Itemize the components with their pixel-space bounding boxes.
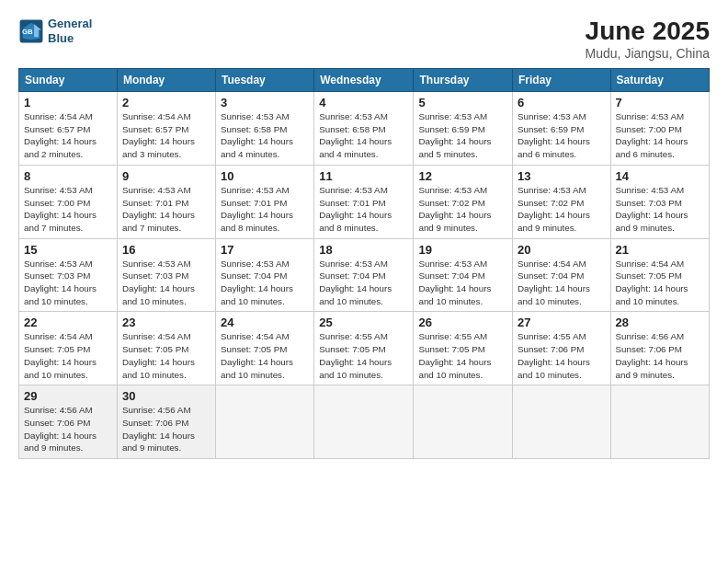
table-row: 17Sunrise: 4:53 AMSunset: 7:04 PMDayligh…: [216, 238, 314, 312]
day-detail: Sunrise: 4:54 AMSunset: 7:05 PMDaylight:…: [221, 330, 309, 381]
table-row: 16Sunrise: 4:53 AMSunset: 7:03 PMDayligh…: [117, 238, 215, 312]
day-number: 27: [518, 316, 606, 329]
day-detail: Sunrise: 4:54 AMSunset: 7:05 PMDaylight:…: [122, 330, 210, 381]
table-row: 28Sunrise: 4:56 AMSunset: 7:06 PMDayligh…: [610, 312, 709, 385]
day-number: 2: [122, 96, 210, 109]
table-row: [314, 385, 414, 459]
col-saturday: Saturday: [610, 69, 709, 92]
table-row: 20Sunrise: 4:54 AMSunset: 7:04 PMDayligh…: [513, 238, 611, 312]
col-tuesday: Tuesday: [216, 69, 314, 92]
page: GB General Blue June 2025 Mudu, Jiangsu,…: [0, 0, 728, 563]
calendar-row: 15Sunrise: 4:53 AMSunset: 7:03 PMDayligh…: [19, 238, 710, 312]
table-row: 22Sunrise: 4:54 AMSunset: 7:05 PMDayligh…: [19, 312, 118, 385]
day-detail: Sunrise: 4:53 AMSunset: 6:58 PMDaylight:…: [221, 110, 309, 161]
day-detail: Sunrise: 4:53 AMSunset: 7:03 PMDaylight:…: [122, 258, 210, 308]
col-thursday: Thursday: [414, 69, 513, 92]
table-row: [513, 385, 611, 459]
day-detail: Sunrise: 4:53 AMSunset: 7:00 PMDaylight:…: [24, 184, 112, 235]
table-row: 6Sunrise: 4:53 AMSunset: 6:59 PMDaylight…: [513, 92, 611, 166]
table-row: 9Sunrise: 4:53 AMSunset: 7:01 PMDaylight…: [117, 165, 215, 238]
day-number: 10: [221, 169, 309, 183]
day-detail: Sunrise: 4:53 AMSunset: 7:00 PMDaylight:…: [616, 110, 704, 161]
table-row: 23Sunrise: 4:54 AMSunset: 7:05 PMDayligh…: [117, 312, 215, 385]
day-number: 1: [24, 96, 112, 109]
day-detail: Sunrise: 4:55 AMSunset: 7:05 PMDaylight:…: [418, 330, 507, 381]
title-area: June 2025 Mudu, Jiangsu, China: [586, 17, 710, 61]
day-detail: Sunrise: 4:53 AMSunset: 7:03 PMDaylight:…: [24, 258, 112, 308]
table-row: 1Sunrise: 4:54 AMSunset: 6:57 PMDaylight…: [19, 92, 118, 166]
table-row: 13Sunrise: 4:53 AMSunset: 7:02 PMDayligh…: [513, 165, 611, 238]
day-number: 3: [221, 96, 309, 109]
day-number: 7: [616, 96, 704, 109]
header: GB General Blue June 2025 Mudu, Jiangsu,…: [18, 17, 710, 61]
day-detail: Sunrise: 4:53 AMSunset: 6:58 PMDaylight:…: [319, 110, 408, 161]
table-row: 21Sunrise: 4:54 AMSunset: 7:05 PMDayligh…: [610, 238, 709, 312]
day-number: 21: [616, 243, 704, 257]
day-number: 16: [122, 243, 210, 257]
day-number: 20: [518, 243, 606, 257]
day-number: 6: [518, 96, 606, 109]
calendar-table: Sunday Monday Tuesday Wednesday Thursday…: [18, 68, 710, 459]
main-title: June 2025: [586, 17, 710, 46]
day-number: 26: [418, 316, 507, 329]
table-row: 7Sunrise: 4:53 AMSunset: 7:00 PMDaylight…: [610, 92, 709, 166]
day-number: 8: [24, 169, 112, 183]
subtitle: Mudu, Jiangsu, China: [586, 46, 710, 61]
day-number: 17: [221, 243, 309, 257]
day-detail: Sunrise: 4:53 AMSunset: 7:02 PMDaylight:…: [418, 184, 507, 235]
table-row: 15Sunrise: 4:53 AMSunset: 7:03 PMDayligh…: [19, 238, 118, 312]
table-row: [414, 385, 513, 459]
day-number: 28: [616, 316, 704, 329]
col-wednesday: Wednesday: [314, 69, 414, 92]
day-number: 19: [418, 243, 507, 257]
table-row: 30Sunrise: 4:56 AMSunset: 7:06 PMDayligh…: [117, 385, 215, 459]
day-detail: Sunrise: 4:53 AMSunset: 7:02 PMDaylight:…: [518, 184, 606, 235]
day-detail: Sunrise: 4:54 AMSunset: 7:04 PMDaylight:…: [518, 258, 606, 308]
day-number: 14: [616, 169, 704, 183]
day-number: 9: [122, 169, 210, 183]
day-number: 15: [24, 243, 112, 257]
logo: GB General Blue: [18, 17, 92, 45]
day-number: 29: [24, 389, 112, 403]
table-row: 10Sunrise: 4:53 AMSunset: 7:01 PMDayligh…: [216, 165, 314, 238]
day-detail: Sunrise: 4:53 AMSunset: 7:01 PMDaylight:…: [122, 184, 210, 235]
calendar-row: 29Sunrise: 4:56 AMSunset: 7:06 PMDayligh…: [19, 385, 710, 459]
day-number: 24: [221, 316, 309, 329]
day-number: 12: [418, 169, 507, 183]
table-row: 18Sunrise: 4:53 AMSunset: 7:04 PMDayligh…: [314, 238, 414, 312]
col-monday: Monday: [117, 69, 215, 92]
col-friday: Friday: [513, 69, 611, 92]
day-number: 11: [319, 169, 408, 183]
day-detail: Sunrise: 4:53 AMSunset: 7:01 PMDaylight:…: [319, 184, 408, 235]
day-number: 13: [518, 169, 606, 183]
table-row: 3Sunrise: 4:53 AMSunset: 6:58 PMDaylight…: [216, 92, 314, 166]
calendar-header-row: Sunday Monday Tuesday Wednesday Thursday…: [19, 69, 710, 92]
day-number: 25: [319, 316, 408, 329]
table-row: 4Sunrise: 4:53 AMSunset: 6:58 PMDaylight…: [314, 92, 414, 166]
table-row: [610, 385, 709, 459]
day-number: 23: [122, 316, 210, 329]
table-row: 2Sunrise: 4:54 AMSunset: 6:57 PMDaylight…: [117, 92, 215, 166]
day-detail: Sunrise: 4:54 AMSunset: 7:05 PMDaylight:…: [616, 258, 704, 308]
day-number: 5: [418, 96, 507, 109]
table-row: 8Sunrise: 4:53 AMSunset: 7:00 PMDaylight…: [19, 165, 118, 238]
day-number: 4: [319, 96, 408, 109]
day-detail: Sunrise: 4:54 AMSunset: 6:57 PMDaylight:…: [24, 110, 112, 161]
table-row: 24Sunrise: 4:54 AMSunset: 7:05 PMDayligh…: [216, 312, 314, 385]
logo-line1: General: [48, 17, 92, 31]
day-detail: Sunrise: 4:56 AMSunset: 7:06 PMDaylight:…: [24, 404, 112, 454]
table-row: 26Sunrise: 4:55 AMSunset: 7:05 PMDayligh…: [414, 312, 513, 385]
table-row: 14Sunrise: 4:53 AMSunset: 7:03 PMDayligh…: [610, 165, 709, 238]
logo-icon: GB: [18, 18, 44, 44]
calendar-row: 22Sunrise: 4:54 AMSunset: 7:05 PMDayligh…: [19, 312, 710, 385]
table-row: 29Sunrise: 4:56 AMSunset: 7:06 PMDayligh…: [19, 385, 118, 459]
table-row: [216, 385, 314, 459]
day-detail: Sunrise: 4:53 AMSunset: 7:01 PMDaylight:…: [221, 184, 309, 235]
day-detail: Sunrise: 4:55 AMSunset: 7:05 PMDaylight:…: [319, 330, 408, 381]
table-row: 19Sunrise: 4:53 AMSunset: 7:04 PMDayligh…: [414, 238, 513, 312]
day-detail: Sunrise: 4:53 AMSunset: 7:04 PMDaylight:…: [319, 258, 408, 308]
col-sunday: Sunday: [19, 69, 118, 92]
table-row: 12Sunrise: 4:53 AMSunset: 7:02 PMDayligh…: [414, 165, 513, 238]
day-detail: Sunrise: 4:54 AMSunset: 6:57 PMDaylight:…: [122, 110, 210, 161]
day-detail: Sunrise: 4:53 AMSunset: 6:59 PMDaylight:…: [418, 110, 507, 161]
